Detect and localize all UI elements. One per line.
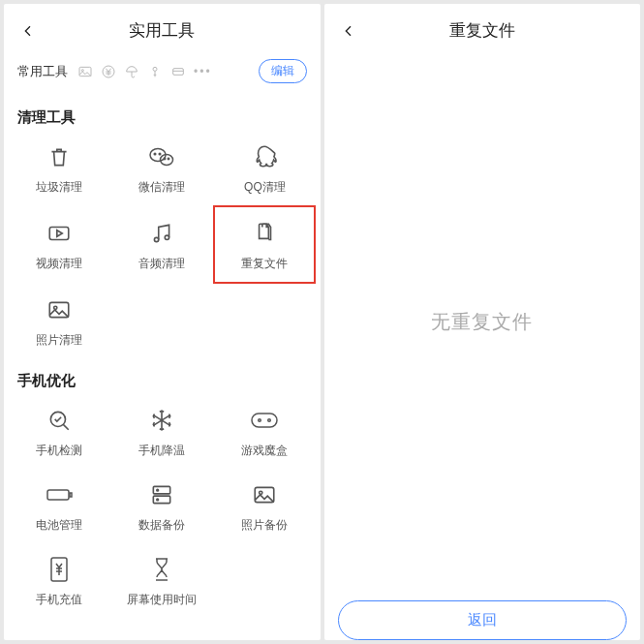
svg-rect-11 [49, 228, 69, 240]
svg-point-10 [169, 158, 169, 159]
tool-battery[interactable]: 电池管理 [8, 469, 110, 543]
tool-video[interactable]: 视频清理 [8, 205, 110, 284]
svg-point-7 [154, 153, 156, 155]
tool-label: 电池管理 [36, 517, 82, 534]
photo-icon [45, 295, 74, 324]
right-panel: 重复文件 无重复文件 返回 [324, 4, 641, 640]
svg-point-19 [259, 419, 261, 422]
svg-point-3 [153, 67, 157, 71]
svg-point-25 [157, 489, 159, 491]
battery-icon [45, 480, 74, 509]
gamepad-icon [250, 406, 279, 435]
svg-point-20 [268, 419, 271, 422]
umbrella-icon[interactable] [124, 64, 139, 79]
tool-label: 游戏魔盒 [241, 443, 288, 459]
svg-point-13 [155, 237, 159, 241]
qq-icon [250, 142, 279, 171]
opt-grid: 手机检测手机降温游戏魔盒电池管理数据备份照片备份手机充值屏幕使用时间 [4, 394, 321, 618]
hourglass-icon [147, 555, 176, 584]
tool-photo[interactable]: 照片清理 [8, 284, 110, 358]
photo-icon[interactable] [77, 64, 93, 79]
tool-backup[interactable]: 数据备份 [110, 469, 213, 543]
svg-point-26 [157, 499, 159, 501]
tool-label: 视频清理 [36, 256, 82, 272]
svg-rect-21 [47, 490, 69, 500]
video-icon [45, 219, 74, 248]
more-icon[interactable]: ••• [194, 65, 212, 78]
section-title-opt: 手机优化 [4, 358, 321, 394]
svg-rect-24 [154, 496, 170, 504]
diag-icon [45, 406, 74, 435]
favorites-icons: ••• [77, 64, 212, 79]
svg-point-9 [165, 158, 166, 159]
left-title: 实用工具 [17, 19, 307, 42]
clean-grid: 垃圾清理微信清理QQ清理视频清理音频清理重复文件照片清理 [4, 131, 321, 358]
tool-photo[interactable]: 照片备份 [213, 469, 316, 543]
key-icon[interactable] [147, 64, 163, 79]
return-button[interactable]: 返回 [338, 600, 628, 640]
svg-rect-18 [252, 414, 277, 427]
tool-diag[interactable]: 手机检测 [8, 394, 110, 469]
card-icon[interactable] [170, 64, 186, 79]
wechat-icon [147, 142, 176, 171]
tool-label: 手机充值 [36, 592, 82, 608]
yen-icon[interactable] [101, 64, 116, 79]
duplicate-icon [250, 219, 279, 248]
tool-yen[interactable]: 手机充值 [8, 543, 110, 618]
tool-label: QQ清理 [244, 179, 286, 196]
right-body: 无重复文件 [324, 53, 641, 591]
svg-point-28 [260, 491, 262, 494]
tool-duplicate[interactable]: 重复文件 [213, 205, 316, 284]
tool-label: 音频清理 [138, 256, 185, 272]
svg-marker-12 [57, 230, 62, 237]
left-topbar: 实用工具 [4, 4, 321, 53]
tool-label: 照片清理 [36, 332, 82, 349]
photo-icon [250, 480, 279, 509]
tool-label: 屏幕使用时间 [127, 592, 197, 608]
tool-wechat[interactable]: 微信清理 [110, 131, 213, 205]
svg-rect-4 [173, 68, 184, 75]
tool-audio[interactable]: 音频清理 [110, 205, 213, 284]
yen-icon [45, 555, 74, 584]
edit-button[interactable]: 编辑 [259, 59, 307, 83]
section-title-clean: 清理工具 [4, 95, 321, 131]
tool-label: 数据备份 [138, 517, 185, 534]
right-topbar: 重复文件 [324, 4, 641, 53]
audio-icon [147, 219, 176, 248]
trash-icon [45, 142, 74, 171]
favorites-label: 常用工具 [17, 63, 68, 80]
tool-snow[interactable]: 手机降温 [110, 394, 213, 469]
tool-label: 手机降温 [138, 443, 185, 459]
svg-point-14 [165, 235, 169, 239]
svg-point-8 [159, 153, 161, 155]
svg-rect-22 [70, 493, 72, 497]
left-panel: 实用工具 常用工具 ••• 编辑 清理工具 垃圾清理微信清理QQ清理视频清理音频… [4, 4, 321, 640]
tool-qq[interactable]: QQ清理 [213, 131, 316, 205]
tool-label: 垃圾清理 [36, 179, 82, 196]
favorites-row: 常用工具 ••• 编辑 [4, 53, 321, 95]
tool-label: 微信清理 [138, 179, 185, 196]
backup-icon [147, 480, 176, 509]
tool-label: 重复文件 [241, 256, 288, 272]
svg-rect-23 [154, 486, 170, 494]
tool-hourglass[interactable]: 屏幕使用时间 [110, 543, 213, 618]
empty-state-text: 无重复文件 [431, 309, 533, 335]
tool-trash[interactable]: 垃圾清理 [8, 131, 110, 205]
svg-point-16 [54, 306, 57, 309]
tool-gamepad[interactable]: 游戏魔盒 [213, 394, 316, 469]
right-title: 重复文件 [338, 19, 628, 42]
tool-label: 手机检测 [36, 443, 82, 459]
tool-label: 照片备份 [241, 517, 288, 534]
snow-icon [147, 406, 176, 435]
